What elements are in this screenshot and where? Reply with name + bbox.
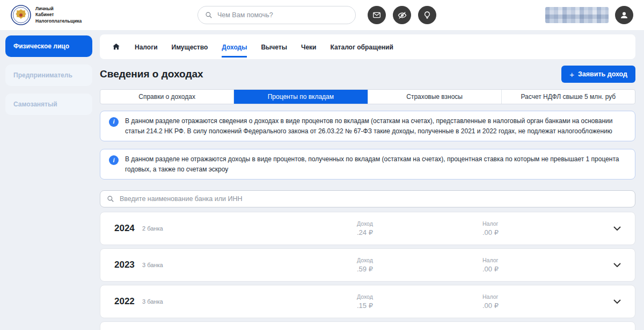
fns-emblem-icon xyxy=(11,5,31,25)
chevron-down-icon[interactable] xyxy=(613,299,621,304)
income-fraction: .59 ₽ xyxy=(357,265,373,273)
tax-block: Налог 0.00 ₽ xyxy=(482,257,499,273)
tax-fraction: .00 ₽ xyxy=(482,302,499,310)
sidebar-item[interactable]: Самозанятый xyxy=(5,94,92,115)
info-notice: В данном разделе не отражаются доходы в … xyxy=(100,149,635,180)
income-value: 100 694.59 ₽ xyxy=(357,265,373,273)
year-row[interactable]: 2023 3 банка Доход 100 694.59 ₽ Налог 0.… xyxy=(100,248,635,282)
profile-type-sidebar: Физическое лицо Предприниматель Самозаня… xyxy=(5,35,92,115)
tips-button[interactable] xyxy=(418,6,436,24)
chevron-down-icon[interactable] xyxy=(613,263,621,267)
header-user-area xyxy=(545,6,633,24)
sidebar-item-label: Предприниматель xyxy=(13,71,72,79)
home-icon xyxy=(112,42,121,51)
banks-count: 3 банка xyxy=(142,298,163,305)
section-nav: Налоги Имущество Доходы Вычеты Чеки Ката… xyxy=(100,34,635,59)
year-row[interactable]: 2022 3 банка Доход 141 838.15 ₽ Налог 0.… xyxy=(100,285,635,318)
banks-count: 2 банка xyxy=(142,225,163,232)
tax-block: Налог 0.00 ₽ xyxy=(482,220,499,236)
info-notice: В данном разделе отражаются сведения о д… xyxy=(100,111,635,141)
year-rows: 2024 2 банка Доход 499 834.24 ₽ Налог 0.… xyxy=(100,212,635,330)
tax-value: 0.00 ₽ xyxy=(482,302,499,310)
notice-text: В данном разделе не отражаются доходы в … xyxy=(125,154,626,174)
search-icon xyxy=(205,11,213,19)
help-search xyxy=(197,6,356,24)
year-label: 2023 xyxy=(114,260,135,270)
tab[interactable]: Проценты по вкладам xyxy=(234,90,368,104)
nav-item[interactable]: Имущество xyxy=(172,37,208,58)
income-fraction: .15 ₽ xyxy=(357,302,373,310)
nav-item[interactable]: Доходы xyxy=(222,37,247,58)
nav-item[interactable]: Чеки xyxy=(301,37,317,58)
search-icon xyxy=(107,195,114,203)
declare-income-label: Заявить доход xyxy=(578,70,627,78)
nav-items: Налоги Имущество Доходы Вычеты Чеки Ката… xyxy=(135,37,393,58)
income-value: 141 838.15 ₽ xyxy=(357,302,373,310)
plus-icon: + xyxy=(569,70,574,78)
nav-item[interactable]: Вычеты xyxy=(261,37,287,58)
tax-block: Налог 0.00 ₽ xyxy=(482,293,499,310)
tax-fraction: .00 ₽ xyxy=(482,265,499,273)
income-label: Доход xyxy=(357,257,373,263)
tab[interactable]: Справки о доходах xyxy=(100,90,234,104)
tax-value: 0.00 ₽ xyxy=(482,265,499,273)
tab[interactable]: Страховые взносы xyxy=(368,90,502,104)
notices: В данном разделе отражаются сведения о д… xyxy=(100,111,635,180)
year-row[interactable]: 2021 3 банка Доход 54 995.33 ₽ Налог 0.0… xyxy=(100,321,635,330)
declare-income-button[interactable]: + Заявить доход xyxy=(561,66,635,83)
accessibility-button[interactable] xyxy=(393,6,411,24)
income-tabs: Справки о доходах Проценты по вкладам Ст… xyxy=(100,89,635,104)
sidebar-item[interactable]: Физическое лицо xyxy=(5,35,92,57)
home-button[interactable] xyxy=(112,42,121,51)
tax-label: Налог xyxy=(482,257,499,263)
eye-off-icon xyxy=(398,11,407,20)
page-header: Сведения о доходах + Заявить доход xyxy=(100,66,635,83)
mail-icon xyxy=(372,11,381,19)
top-bar: Личный Кабинет Налогоплательщика xyxy=(0,0,644,30)
app-title: Личный Кабинет Налогоплательщика xyxy=(35,6,82,24)
nav-item[interactable]: Каталог обращений xyxy=(330,37,393,58)
income-label: Доход xyxy=(357,293,373,300)
nav-item[interactable]: Налоги xyxy=(135,37,158,58)
income-label: Доход xyxy=(357,220,373,227)
income-block: Доход 499 834.24 ₽ xyxy=(357,220,373,236)
tax-fraction: .00 ₽ xyxy=(482,228,499,236)
person-icon xyxy=(619,10,629,20)
year-row[interactable]: 2024 2 банка Доход 499 834.24 ₽ Налог 0.… xyxy=(100,212,635,245)
info-icon xyxy=(109,155,119,165)
header-icon-group xyxy=(368,6,436,24)
income-block: Доход 100 694.59 ₽ xyxy=(357,257,373,273)
banks-count: 3 банка xyxy=(142,262,163,268)
tax-value: 0.00 ₽ xyxy=(482,228,499,236)
bank-search xyxy=(100,190,635,207)
tab[interactable]: Расчет НДФЛ свыше 5 млн. руб xyxy=(502,90,635,104)
bank-search-input[interactable] xyxy=(120,195,628,203)
tax-label: Налог xyxy=(482,293,499,300)
lightbulb-icon xyxy=(423,11,431,19)
notice-text: В данном разделе отражаются сведения о д… xyxy=(125,116,626,136)
info-icon xyxy=(109,117,119,127)
user-name-blurred xyxy=(545,7,609,23)
income-value: 499 834.24 ₽ xyxy=(357,228,373,236)
chevron-down-icon[interactable] xyxy=(613,226,621,231)
year-label: 2022 xyxy=(114,296,135,307)
page-title: Сведения о доходах xyxy=(100,68,203,80)
main-content: Налоги Имущество Доходы Вычеты Чеки Ката… xyxy=(100,34,635,330)
messages-button[interactable] xyxy=(368,6,386,24)
sidebar-item-label: Самозанятый xyxy=(13,101,57,108)
fns-logo[interactable]: Личный Кабинет Налогоплательщика xyxy=(11,5,102,25)
year-label: 2024 xyxy=(114,223,135,234)
sidebar-item-label: Физическое лицо xyxy=(13,42,69,50)
tax-label: Налог xyxy=(482,220,499,227)
income-block: Доход 141 838.15 ₽ xyxy=(357,293,373,310)
user-avatar[interactable] xyxy=(615,6,633,24)
help-search-input[interactable] xyxy=(217,11,348,19)
sidebar-item[interactable]: Предприниматель xyxy=(5,64,92,86)
income-fraction: .24 ₽ xyxy=(357,228,373,236)
